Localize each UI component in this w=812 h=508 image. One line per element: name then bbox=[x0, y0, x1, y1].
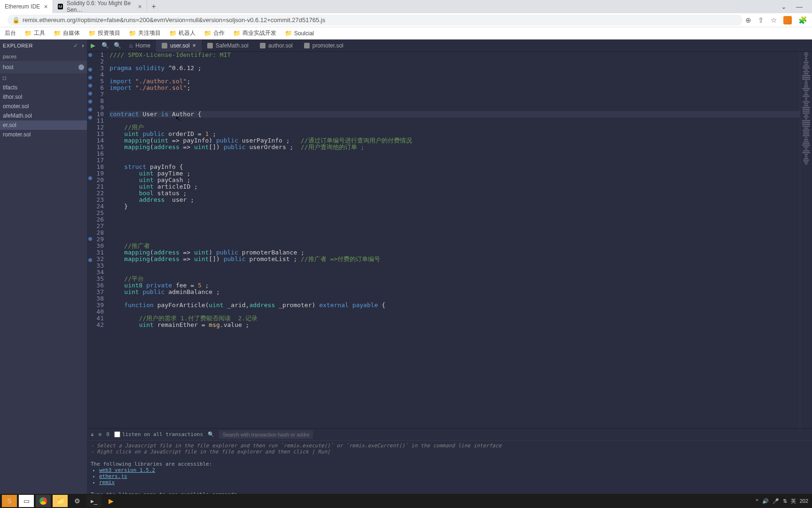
zoom-out-icon[interactable]: 🔍 bbox=[99, 42, 111, 49]
editor-tabstrip: ▶ 🔍 🔍 ⌂Homeuser.sol×SafeMath.solauthor.s… bbox=[87, 40, 812, 52]
tray-lang[interactable]: 英 bbox=[791, 498, 796, 505]
browser-tab-strip: Ethereum IDE × M Solidity 0.6: You Might… bbox=[0, 0, 812, 13]
search-icon[interactable]: ⊕ bbox=[745, 16, 751, 24]
bookmark-folder[interactable]: 📁合作 bbox=[204, 29, 225, 37]
file-item[interactable]: romoter.sol bbox=[0, 130, 87, 139]
bookmark[interactable]: 后台 bbox=[5, 29, 16, 37]
tray-network-icon[interactable]: ⇅ bbox=[783, 498, 787, 504]
terminal-link[interactable]: ethers.js bbox=[99, 473, 808, 479]
taskbar-app[interactable]: ▭ bbox=[19, 495, 34, 507]
bookmark-folder[interactable]: 📁自媒体 bbox=[54, 29, 80, 37]
home-icon: ⌂ bbox=[129, 42, 133, 49]
star-icon[interactable]: ☆ bbox=[771, 16, 777, 24]
taskbar-media[interactable]: ▶ bbox=[103, 495, 118, 507]
window-controls: ⌄ — bbox=[781, 3, 812, 10]
extensions-icon[interactable]: 🧩 bbox=[798, 16, 807, 24]
terminal-panel: ⇊ ⊘ 0 listen on all transactions 🔍 - Sel… bbox=[87, 428, 812, 494]
code-editor[interactable]: 1234567891011121314151617181920212223242… bbox=[87, 52, 812, 428]
new-tab-button[interactable]: + bbox=[147, 2, 161, 11]
file-item[interactable]: er.sol bbox=[0, 120, 87, 130]
close-icon[interactable]: × bbox=[138, 3, 141, 10]
collapse-icon[interactable]: ⇊ bbox=[91, 431, 94, 437]
solidity-icon bbox=[207, 43, 213, 48]
editor-tab[interactable]: ⌂Home bbox=[124, 40, 156, 52]
bookmark-folder[interactable]: 📁工具 bbox=[24, 29, 45, 37]
file-item[interactable]: afeMath.sol bbox=[0, 111, 87, 120]
workspaces-label: paces bbox=[0, 52, 87, 61]
terminal-link[interactable]: web3 version 1.5.2 bbox=[99, 467, 808, 473]
terminal-output: - Select a Javascript file in the file e… bbox=[87, 441, 812, 500]
editor-tab[interactable]: SafeMath.sol bbox=[202, 40, 254, 52]
folder-icon: 📁 bbox=[129, 30, 136, 37]
tray-mic-icon[interactable]: 🎤 bbox=[773, 498, 779, 504]
lock-icon: 🔒 bbox=[12, 16, 20, 24]
editor-area: ▶ 🔍 🔍 ⌂Homeuser.sol×SafeMath.solauthor.s… bbox=[87, 40, 812, 494]
bookmark-folder[interactable]: 📁机器人 bbox=[169, 29, 195, 37]
taskbar-app[interactable]: ⚙ bbox=[70, 495, 85, 507]
bookmarks-bar: 后台 📁工具 📁自媒体 📁投资项目 📁关注项目 📁机器人 📁合作 📁商业实战开发… bbox=[0, 27, 812, 40]
solidity-icon bbox=[304, 43, 310, 48]
file-item[interactable]: tifacts bbox=[0, 83, 87, 92]
bookmark-folder[interactable]: 📁投资项目 bbox=[88, 29, 120, 37]
tray-volume-icon[interactable]: 🔊 bbox=[762, 498, 769, 504]
taskbar-explorer[interactable]: 📁 bbox=[53, 495, 68, 507]
folder-icon: 📁 bbox=[285, 30, 292, 37]
folder-icon: 📁 bbox=[233, 30, 241, 37]
solidity-icon bbox=[260, 43, 265, 48]
workspace-status-icon bbox=[78, 64, 84, 70]
terminal-search-input[interactable] bbox=[219, 430, 313, 439]
explorer-header: EXPLORER ✓ › bbox=[0, 40, 87, 52]
file-item[interactable]: omoter.sol bbox=[0, 102, 87, 111]
editor-tab[interactable]: user.sol× bbox=[156, 40, 201, 52]
tab-title: Ethereum IDE bbox=[5, 3, 40, 10]
metamask-icon[interactable] bbox=[783, 16, 792, 24]
tray-clock[interactable]: 202 bbox=[800, 498, 808, 504]
minimize-icon[interactable]: — bbox=[796, 3, 803, 10]
minimap[interactable] bbox=[800, 52, 812, 428]
solidity-icon bbox=[162, 43, 167, 48]
url-text: remix.ethereum.org/#optimize=false&runs=… bbox=[23, 16, 325, 24]
pending-count: 0 bbox=[106, 431, 109, 437]
editor-tab[interactable]: author.sol bbox=[254, 40, 298, 52]
medium-icon: M bbox=[58, 4, 63, 9]
folder-icon: 📁 bbox=[169, 30, 177, 37]
close-icon[interactable]: × bbox=[44, 3, 47, 10]
share-icon[interactable]: ⇧ bbox=[758, 16, 764, 24]
tab-title: Solidity 0.6: You Might Be Sen… bbox=[67, 0, 134, 13]
ide-container: EXPLORER ✓ › paces host □tifactsithor.so… bbox=[0, 40, 812, 494]
taskbar-app[interactable]: S bbox=[2, 495, 17, 507]
folder-icon: 📁 bbox=[54, 30, 61, 37]
editor-tab[interactable]: promoter.sol bbox=[298, 40, 349, 52]
check-icon[interactable]: ✓ bbox=[73, 42, 78, 49]
bookmark-folder[interactable]: 📁Soulcial bbox=[285, 30, 314, 37]
taskbar: S ▭ 📁 ⚙ ▸_ ▶ ^ 🔊 🎤 ⇅ 英 202 bbox=[0, 494, 812, 508]
clear-icon[interactable]: ⊘ bbox=[99, 431, 102, 437]
folder-icon: 📁 bbox=[88, 30, 96, 37]
bookmark-folder[interactable]: 📁商业实战开发 bbox=[233, 29, 276, 37]
url-bar: 🔒 remix.ethereum.org/#optimize=false&run… bbox=[0, 13, 812, 27]
zoom-in-icon[interactable]: 🔍 bbox=[111, 42, 124, 49]
taskbar-chrome[interactable] bbox=[36, 495, 51, 507]
close-icon[interactable]: × bbox=[193, 42, 196, 49]
search-icon[interactable]: 🔍 bbox=[208, 431, 214, 437]
folder-icon: 📁 bbox=[204, 30, 211, 37]
workspace-select[interactable]: host bbox=[0, 61, 87, 73]
browser-tab[interactable]: M Solidity 0.6: You Might Be Sen… × bbox=[53, 0, 147, 13]
chevron-right-icon[interactable]: › bbox=[82, 42, 85, 49]
file-item[interactable]: □ bbox=[0, 73, 87, 83]
chevron-down-icon[interactable]: ⌄ bbox=[781, 3, 787, 10]
folder-icon: 📁 bbox=[24, 30, 32, 37]
taskbar-terminal[interactable]: ▸_ bbox=[86, 495, 102, 507]
listen-checkbox[interactable]: listen on all transactions bbox=[114, 431, 203, 437]
url-input[interactable]: 🔒 remix.ethereum.org/#optimize=false&run… bbox=[8, 15, 742, 25]
terminal-link[interactable]: remix bbox=[99, 479, 808, 485]
file-item[interactable]: ithor.sol bbox=[0, 92, 87, 102]
browser-tab[interactable]: Ethereum IDE × bbox=[0, 0, 53, 13]
file-explorer: EXPLORER ✓ › paces host □tifactsithor.so… bbox=[0, 40, 87, 494]
bookmark-folder[interactable]: 📁关注项目 bbox=[129, 29, 161, 37]
run-icon[interactable]: ▶ bbox=[87, 42, 99, 49]
tray-up-icon[interactable]: ^ bbox=[756, 498, 758, 504]
